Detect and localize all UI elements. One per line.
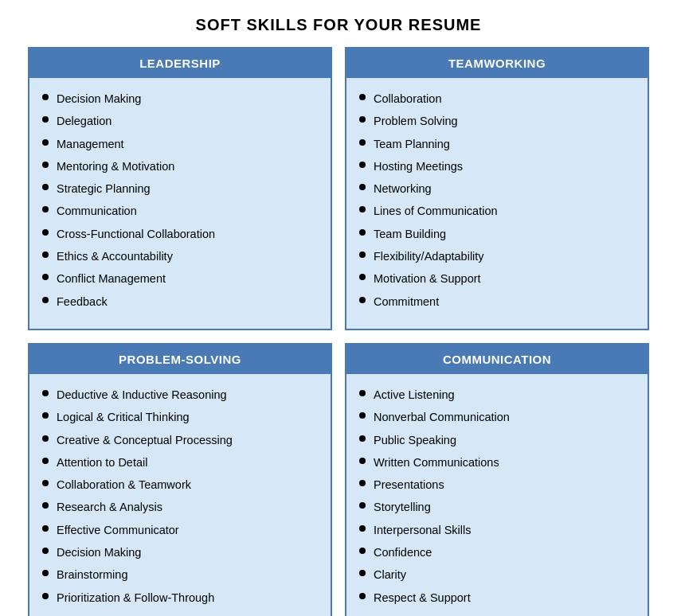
bullet-icon — [359, 593, 366, 599]
list-item: Attention to Detail — [42, 454, 315, 470]
bullet-icon — [359, 458, 366, 464]
bullet-icon — [359, 251, 366, 258]
bullet-icon — [359, 480, 366, 486]
list-item: Management — [42, 136, 315, 152]
list-item: Delegation — [42, 113, 315, 129]
list-item: Team Planning — [359, 136, 632, 152]
list-item: Motivation & Support — [359, 271, 632, 287]
list-item-text: Strategic Planning — [57, 181, 151, 197]
bullet-icon — [42, 184, 49, 190]
body-communication: Active ListeningNonverbal CommunicationP… — [346, 374, 648, 616]
list-leadership: Decision MakingDelegationManagementMento… — [42, 91, 315, 310]
list-item: Ethics & Accountability — [42, 248, 315, 264]
list-item-text: Deductive & Inductive Reasoning — [57, 387, 227, 403]
header-problem-solving: PROBLEM-SOLVING — [29, 345, 331, 374]
bullet-icon — [42, 274, 49, 280]
bullet-icon — [359, 94, 366, 100]
list-item-text: Interpersonal Skills — [374, 522, 472, 538]
list-item-text: Public Speaking — [374, 432, 456, 448]
list-teamworking: CollaborationProblem SolvingTeam Plannin… — [359, 91, 632, 310]
list-item-text: Clarity — [374, 567, 406, 583]
bullet-icon — [42, 525, 49, 532]
bullet-icon — [359, 274, 366, 280]
list-item-text: Logical & Critical Thinking — [57, 409, 190, 425]
list-item: Flexibility/Adaptability — [359, 248, 632, 264]
list-item-text: Team Building — [374, 226, 446, 242]
list-item-text: Active Listening — [374, 387, 455, 403]
bullet-icon — [359, 502, 366, 509]
bullet-icon — [359, 390, 366, 396]
bullet-icon — [359, 412, 366, 419]
bullet-icon — [359, 570, 366, 576]
list-item: Feedback — [42, 294, 315, 310]
list-item-text: Storytelling — [374, 499, 431, 515]
page-title: SOFT SKILLS FOR YOUR RESUME — [28, 16, 649, 34]
list-item: Collaboration — [359, 91, 632, 107]
bullet-icon — [359, 184, 366, 190]
list-item-text: Nonverbal Communication — [374, 409, 510, 425]
list-item-text: Networking — [374, 181, 432, 197]
list-item: Prioritization & Follow-Through — [42, 590, 315, 606]
list-item-text: Hosting Meetings — [374, 158, 463, 174]
list-item-text: Mentoring & Motivation — [57, 158, 174, 174]
list-item: Written Communications — [359, 454, 632, 470]
list-item: Research & Analysis — [42, 499, 315, 515]
bullet-icon — [359, 548, 366, 554]
list-item-text: Ethics & Accountability — [57, 248, 173, 264]
list-item: Commitment — [359, 294, 632, 310]
list-item: Presentations — [359, 477, 632, 493]
list-item: Storytelling — [359, 499, 632, 515]
header-leadership: LEADERSHIP — [29, 49, 331, 78]
list-problem-solving: Deductive & Inductive ReasoningLogical &… — [42, 387, 315, 606]
list-item: Confidence — [359, 544, 632, 560]
list-item: Decision Making — [42, 91, 315, 107]
list-item-text: Flexibility/Adaptability — [374, 248, 484, 264]
list-communication: Active ListeningNonverbal CommunicationP… — [359, 387, 632, 606]
list-item: Respect & Support — [359, 590, 632, 606]
list-item: Problem Solving — [359, 113, 632, 129]
bullet-icon — [42, 480, 49, 486]
bullet-icon — [42, 229, 49, 236]
bullet-icon — [42, 251, 49, 258]
list-item-text: Cross-Functional Collaboration — [57, 226, 215, 242]
bullet-icon — [42, 390, 49, 396]
bullet-icon — [42, 94, 49, 100]
card-teamworking: TEAMWORKINGCollaborationProblem SolvingT… — [345, 47, 649, 330]
card-problem-solving: PROBLEM-SOLVINGDeductive & Inductive Rea… — [28, 343, 332, 616]
body-leadership: Decision MakingDelegationManagementMento… — [29, 78, 331, 329]
list-item-text: Collaboration & Teamwork — [57, 477, 191, 493]
list-item-text: Conflict Management — [57, 271, 166, 287]
bullet-icon — [42, 570, 49, 576]
list-item-text: Commitment — [374, 294, 439, 310]
list-item: Hosting Meetings — [359, 158, 632, 174]
list-item-text: Team Planning — [374, 136, 450, 152]
list-item-text: Motivation & Support — [374, 271, 481, 287]
card-communication: COMMUNICATIONActive ListeningNonverbal C… — [345, 343, 649, 616]
list-item: Logical & Critical Thinking — [42, 409, 315, 425]
list-item: Communication — [42, 203, 315, 219]
header-teamworking: TEAMWORKING — [346, 49, 648, 78]
list-item-text: Problem Solving — [374, 113, 458, 129]
list-item-text: Feedback — [57, 294, 108, 310]
list-item-text: Collaboration — [374, 91, 441, 107]
list-item: Clarity — [359, 567, 632, 583]
list-item-text: Attention to Detail — [57, 454, 147, 470]
list-item-text: Prioritization & Follow-Through — [57, 590, 214, 606]
bullet-icon — [42, 297, 49, 303]
list-item: Active Listening — [359, 387, 632, 403]
bullet-icon — [359, 139, 366, 146]
page-wrapper: SOFT SKILLS FOR YOUR RESUME LEADERSHIPDe… — [12, 0, 665, 616]
bullet-icon — [359, 525, 366, 532]
list-item: Public Speaking — [359, 432, 632, 448]
bullet-icon — [359, 435, 366, 442]
list-item-text: Decision Making — [57, 91, 141, 107]
list-item: Brainstorming — [42, 567, 315, 583]
list-item-text: Written Communications — [374, 454, 499, 470]
skills-grid: LEADERSHIPDecision MakingDelegationManag… — [28, 47, 649, 616]
bullet-icon — [42, 162, 49, 168]
header-communication: COMMUNICATION — [346, 345, 648, 374]
list-item-text: Presentations — [374, 477, 444, 493]
list-item-text: Brainstorming — [57, 567, 127, 583]
bullet-icon — [42, 206, 49, 212]
list-item-text: Respect & Support — [374, 590, 471, 606]
